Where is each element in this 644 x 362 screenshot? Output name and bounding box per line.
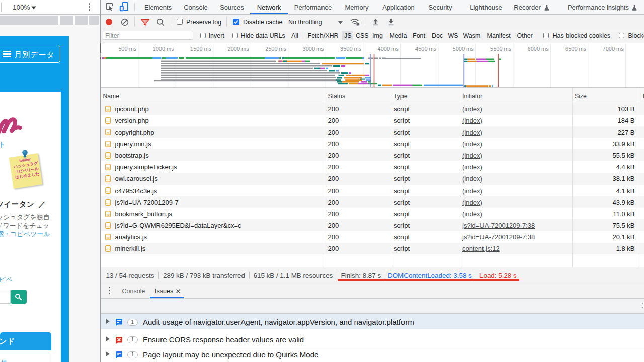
svg-text:2000 ms: 2000 ms <box>228 46 250 52</box>
svg-text:5500 ms: 5500 ms <box>490 46 512 52</box>
svg-text:6000 ms: 6000 ms <box>528 46 549 52</box>
svg-text:3000 ms: 3000 ms <box>303 46 325 52</box>
svg-text:1500 ms: 1500 ms <box>190 46 212 52</box>
svg-text:2500 ms: 2500 ms <box>265 46 287 52</box>
svg-text:3500 ms: 3500 ms <box>340 46 362 52</box>
svg-text:500 ms: 500 ms <box>118 46 137 52</box>
svg-text:7000 ms: 7000 ms <box>603 46 624 52</box>
svg-text:4500 ms: 4500 ms <box>415 46 437 52</box>
svg-text:4000 ms: 4000 ms <box>378 46 399 52</box>
svg-text:5000 ms: 5000 ms <box>453 46 474 52</box>
svg-text:1000 ms: 1000 ms <box>153 46 175 52</box>
svg-text:6500 ms: 6500 ms <box>565 46 587 52</box>
